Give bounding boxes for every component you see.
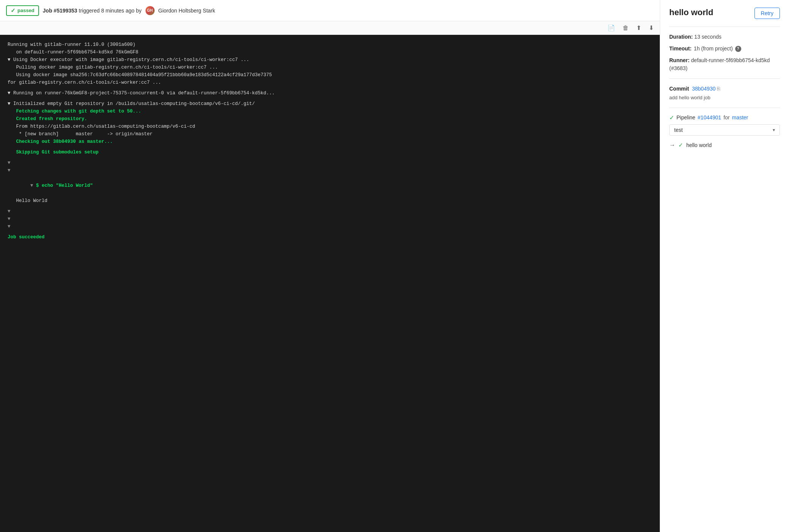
commit-row: Commit 38b04930 ⎘ add hello world job: [669, 85, 780, 102]
job-number: #5199353: [54, 8, 77, 14]
pipeline-number-link[interactable]: #1044901: [698, 114, 721, 120]
log-line-collapsible[interactable]: ▼ Using Docker executor with image gitla…: [8, 56, 652, 64]
arrow-right-icon: →: [669, 142, 675, 149]
log-line: for gitlab-registry.cern.ch/ci-tools/ci-…: [8, 79, 652, 86]
right-panel: hello world Retry Duration: 13 seconds T…: [660, 0, 789, 532]
passed-label: passed: [17, 8, 34, 13]
help-icon[interactable]: ?: [735, 46, 741, 52]
duration-row: Duration: 13 seconds: [669, 33, 780, 41]
scroll-top-button[interactable]: ⬆︎: [635, 23, 643, 32]
divider: [669, 78, 780, 79]
runner-row: Runner: default-runner-5f69bb6754-kd5kd …: [669, 56, 780, 72]
log-line: Created fresh repository.: [8, 115, 652, 123]
job-succeeded-message: Job succeeded: [8, 233, 652, 241]
sidebar-title: hello world: [669, 8, 713, 17]
pipeline-row: ✓ Pipeline #1044901 for master: [669, 114, 780, 121]
log-line-collapsible[interactable]: ▼: [8, 159, 652, 167]
retry-button[interactable]: Retry: [755, 8, 780, 19]
delete-log-button[interactable]: 🗑: [621, 23, 630, 32]
divider: [669, 27, 780, 27]
log-line-collapsible[interactable]: ▼: [8, 215, 652, 223]
duration-label: Duration:: [669, 34, 693, 40]
log-line-collapsible[interactable]: ▼ Initialized empty Git repository in /b…: [8, 100, 652, 108]
job-check-icon: ✓: [678, 142, 683, 149]
pipeline-branch-link[interactable]: master: [732, 114, 748, 120]
duration-value: 13 seconds: [694, 34, 722, 40]
log-line: * [new branch] master -> origin/master: [8, 130, 652, 138]
stage-label: test: [674, 127, 683, 133]
raw-log-button[interactable]: 📄: [606, 23, 617, 32]
log-line-collapsible[interactable]: ▼: [8, 167, 652, 174]
passed-badge: ✓ passed: [6, 5, 39, 16]
log-line: Running with gitlab-runner 11.10.0 (3001…: [8, 41, 652, 49]
log-line-collapsible[interactable]: ▼ Running on runner-76kGmGF8-project-753…: [8, 89, 652, 97]
job-name: hello world: [686, 142, 712, 148]
job-meta: Job #5199353 triggered 8 minutes ago by: [43, 8, 142, 14]
copy-icon[interactable]: ⎘: [717, 86, 720, 92]
timeout-row: Timeout: 1h (from project) ?: [669, 45, 780, 53]
job-status-row: → ✓ hello world: [669, 142, 780, 149]
pipeline-for-text: for: [723, 114, 730, 120]
timeout-value: 1h (from project): [694, 45, 733, 53]
timeout-label: Timeout:: [669, 45, 692, 53]
log-line: Using docker image sha256:7c63dfc66bc408…: [8, 71, 652, 79]
log-line: Hello World: [8, 197, 652, 205]
log-line: Pulling docker image gitlab-registry.cer…: [8, 64, 652, 71]
log-line: on default-runner-5f69bb6754-kd5kd 76kGm…: [8, 49, 652, 56]
log-line-collapsible[interactable]: ▼: [8, 208, 652, 215]
job-trigger-text: triggered 8 minutes ago by: [79, 8, 142, 14]
log-area: Running with gitlab-runner 11.10.0 (3001…: [0, 35, 660, 532]
log-line-collapsible[interactable]: ▼: [8, 223, 652, 230]
stage-dropdown[interactable]: test ▾: [669, 124, 780, 136]
chevron-down-icon: ▾: [773, 127, 775, 133]
log-line: Checking out 38b04930 as master...: [8, 138, 652, 146]
divider: [669, 108, 780, 108]
check-circle-icon: ✓: [11, 7, 16, 14]
pipeline-label: Pipeline: [676, 114, 695, 120]
left-panel: ✓ passed Job #5199353 triggered 8 minute…: [0, 0, 660, 532]
job-header: ✓ passed Job #5199353 triggered 8 minute…: [0, 0, 660, 21]
user-name: Giordon Holtsberg Stark: [158, 8, 215, 14]
commit-message: add hello world job: [669, 94, 780, 102]
log-line-collapsible[interactable]: ▼ $ echo "Hello World": [8, 174, 652, 197]
job-label: Job: [43, 8, 52, 14]
scroll-bottom-button[interactable]: ⬇︎: [647, 23, 655, 32]
commit-hash-link[interactable]: 38b04930: [692, 86, 715, 92]
log-line: Fetching changes with git depth set to 5…: [8, 108, 652, 115]
log-toolbar: 📄 🗑 ⬆︎ ⬇︎: [0, 21, 660, 35]
log-line: Skipping Git submodules setup: [8, 149, 652, 156]
pipeline-check-icon: ✓: [669, 114, 674, 121]
sidebar-header: hello world Retry: [669, 8, 780, 19]
commit-label: Commit: [669, 86, 689, 92]
runner-label: Runner:: [669, 57, 690, 63]
log-line: From https://gitlab.cern.ch/usatlas-comp…: [8, 123, 652, 130]
avatar: GH: [146, 6, 155, 15]
